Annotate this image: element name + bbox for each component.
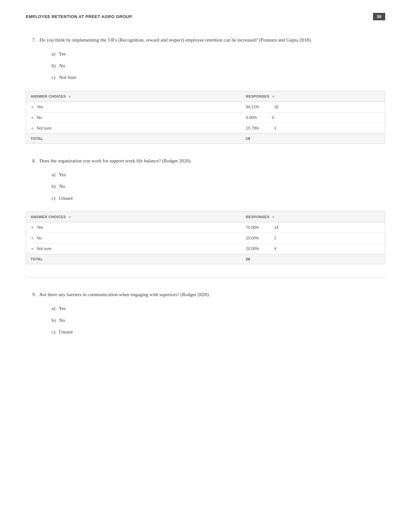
table-7-col-responses[interactable]: RESPONSES ▼ [241, 91, 385, 102]
q9-option-a-value: Yes [59, 306, 66, 311]
question-9-section: 9. Are there any barriers in communicati… [26, 290, 385, 336]
table-8-row2-pct: 10.00% 2 [241, 233, 385, 244]
row-icon: ▼ [31, 127, 34, 130]
table-8-total-row: TOTAL 20 [26, 254, 385, 264]
sort-icon-choices[interactable]: ▼ [68, 95, 71, 98]
table-8-col-choices[interactable]: ANSWER CHOICES ▼ [26, 212, 241, 222]
table-row: ▼ Yes 84.21% 16 [26, 102, 385, 112]
row-icon: ▼ [31, 226, 34, 229]
q9-option-b-value: No [59, 318, 65, 323]
table-7-col-choices[interactable]: ANSWER CHOICES ▼ [26, 91, 241, 102]
table-7-row1-choice: ▼ Yes [26, 102, 241, 112]
q8-option-b-label: b) [52, 184, 56, 189]
header-title: EMPLOYEE RETENTION AT PREET AGRO GROUP [26, 14, 132, 19]
table-8-row2-choice: ▼ No [26, 233, 241, 244]
row-icon: ▼ [31, 116, 34, 120]
q7-option-c: c) Not Sure [52, 74, 385, 81]
sort-icon-responses-8[interactable]: ▼ [272, 216, 275, 219]
sort-icon-choices-8[interactable]: ▼ [68, 216, 71, 219]
row-icon: ▼ [31, 105, 34, 109]
q7-option-a-label: a) [52, 51, 55, 56]
question-8-section: 8. Does the organization you work for su… [26, 157, 385, 202]
question-8-number: 8. [32, 158, 36, 163]
table-8-row1-pct: 70.00% 14 [241, 222, 385, 233]
table-7-row3-choice: ▼ Not sure [26, 123, 241, 133]
page-container: EMPLOYEE RETENTION AT PREET AGRO GROUP 3… [0, 0, 411, 532]
table-8-row1-choice: ▼ Yes [26, 222, 241, 233]
question-9-options: a) Yes b) No c) Unsure [26, 305, 385, 336]
table-row: ▼ No 0.00% 0 [26, 112, 385, 123]
question-7-body: Do you think by implementing the 3 R's (… [40, 37, 312, 43]
question-9-body: Are there any barriers in communication … [39, 292, 209, 297]
table-7-row2-pct: 0.00% 0 [241, 112, 385, 123]
table-row: ▼ Not sure 15.79% 3 [26, 123, 385, 133]
q8-option-a-value: Yes [59, 172, 66, 177]
table-8-total-count: 20 [241, 254, 385, 264]
table-7-total-label: TOTAL [26, 133, 241, 143]
table-8-container: ANSWER CHOICES ▼ RESPONSES ▼ ▼ Yes [26, 211, 385, 264]
q8-option-c-value: Unsure [59, 196, 73, 201]
q7-option-c-label: c) [52, 75, 55, 80]
question-7-section: 7. Do you think by implementing the 3 R'… [26, 36, 385, 81]
q7-option-b-value: No [59, 63, 65, 68]
q8-option-b-value: No [59, 184, 65, 189]
q7-option-c-value: Not Sure [59, 75, 76, 80]
answer-table-8: ANSWER CHOICES ▼ RESPONSES ▼ ▼ Yes [26, 212, 385, 264]
table-7-row1-pct: 84.21% 16 [241, 102, 385, 112]
q9-option-a-label: a) [52, 306, 55, 311]
question-8-options: a) Yes b) No c) Unsure [26, 171, 385, 202]
table-8-col-responses[interactable]: RESPONSES ▼ [241, 212, 385, 222]
row-icon: ▼ [31, 237, 34, 240]
q9-option-b: b) No [52, 317, 385, 324]
question-7-text: 7. Do you think by implementing the 3 R'… [26, 36, 385, 44]
table-7-row3-pct: 15.79% 3 [241, 123, 385, 133]
q8-option-b: b) No [52, 183, 385, 190]
q8-option-a: a) Yes [52, 171, 385, 179]
q8-option-c: c) Unsure [52, 195, 385, 202]
question-9-text: 9. Are there any barriers in communicati… [26, 290, 385, 299]
question-8-text: 8. Does the organization you work for su… [26, 157, 385, 165]
table-row: ▼ Not sure 20.00% 4 [26, 244, 385, 254]
q9-option-c-label: c) [52, 329, 55, 334]
table-7-header-row: ANSWER CHOICES ▼ RESPONSES ▼ [26, 91, 385, 102]
table-row: ▼ Yes 70.00% 14 [26, 222, 385, 233]
question-8-body: Does the organization you work for suppo… [40, 158, 192, 163]
table-7-container: ANSWER CHOICES ▼ RESPONSES ▼ ▼ Yes [26, 91, 385, 144]
q8-option-c-label: c) [52, 196, 55, 201]
q9-option-c-value: Unsure [59, 329, 73, 334]
table-7-row2-choice: ▼ No [26, 112, 241, 123]
q8-option-a-label: a) [52, 172, 55, 177]
page-header: EMPLOYEE RETENTION AT PREET AGRO GROUP 3… [26, 13, 385, 23]
table-8-total-label: TOTAL [26, 254, 241, 264]
table-7-total-count: 19 [241, 133, 385, 143]
question-9-number: 9. [32, 292, 36, 297]
table-7-total-row: TOTAL 19 [26, 133, 385, 143]
q9-option-a: a) Yes [52, 305, 385, 312]
q7-option-b-label: b) [52, 63, 56, 68]
question-7-options: a) Yes b) No c) Not Sure [26, 50, 385, 81]
table-8-row3-pct: 20.00% 4 [241, 244, 385, 254]
table-8-row3-choice: ▼ Not sure [26, 244, 241, 254]
section-divider [26, 277, 385, 277]
q7-option-a-value: Yes [59, 51, 66, 56]
row-icon: ▼ [31, 247, 34, 251]
q9-option-c: c) Unsure [52, 328, 385, 336]
q7-option-a: a) Yes [52, 50, 385, 58]
q9-option-b-label: b) [52, 318, 56, 323]
question-7-number: 7. [32, 37, 36, 43]
table-row: ▼ No 10.00% 2 [26, 233, 385, 244]
page-number: 38 [373, 13, 385, 20]
table-8-header-row: ANSWER CHOICES ▼ RESPONSES ▼ [26, 212, 385, 222]
answer-table-7: ANSWER CHOICES ▼ RESPONSES ▼ ▼ Yes [26, 91, 385, 143]
sort-icon-responses[interactable]: ▼ [272, 95, 275, 98]
q7-option-b: b) No [52, 62, 385, 70]
